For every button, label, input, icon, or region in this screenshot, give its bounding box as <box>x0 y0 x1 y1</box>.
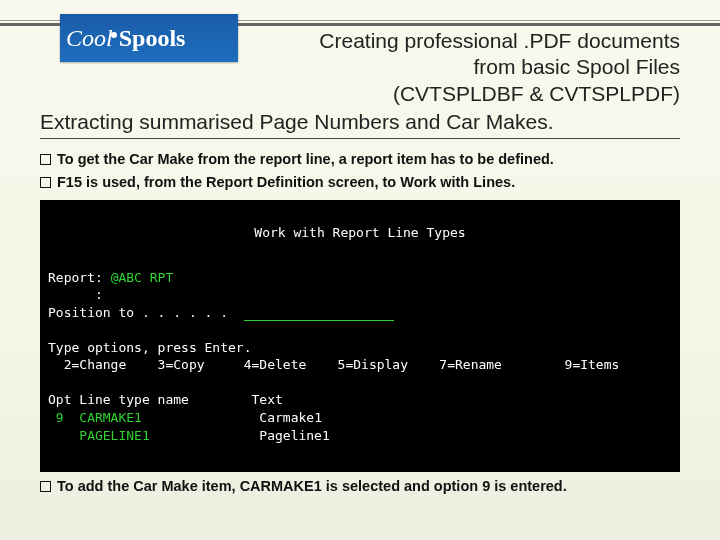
bullet-1-text: To get the Car Make from the report line… <box>57 151 554 167</box>
colon-line: : <box>48 287 103 302</box>
position-label: Position to . . . . . . <box>48 305 228 320</box>
row1-opt: 9 <box>48 410 64 425</box>
bullet-1: To get the Car Make from the report line… <box>40 148 680 171</box>
row2-opt <box>48 428 64 443</box>
footer-bullet: To add the Car Make item, CARMAKE1 is se… <box>40 478 680 494</box>
checkbox-icon <box>40 481 51 492</box>
column-headers: Opt Line type name Text <box>48 392 283 407</box>
title-line-1: Creating professional .PDF documents <box>40 28 680 54</box>
row1-name: CARMAKE1 <box>64 410 142 425</box>
section-heading: Extracting summarised Page Numbers and C… <box>40 110 680 134</box>
row2-name: PAGELINE1 <box>64 428 150 443</box>
checkbox-icon <box>40 177 51 188</box>
terminal-title: Work with Report Line Types <box>48 224 672 242</box>
footer-text: To add the Car Make item, CARMAKE1 is se… <box>57 478 567 494</box>
bullet-list: To get the Car Make from the report line… <box>40 148 680 194</box>
options-line: 2=Change 3=Copy 4=Delete 5=Display 7=Ren… <box>48 357 619 372</box>
terminal-screenshot: Work with Report Line Types Report: @ABC… <box>40 200 680 472</box>
report-label: Report: <box>48 270 103 285</box>
bullet-2-text: F15 is used, from the Report Definition … <box>57 174 515 190</box>
heading-underline <box>40 138 680 139</box>
row1-text: Carmake1 <box>259 410 322 425</box>
title-line-2: from basic Spool Files <box>40 54 680 80</box>
row2-text: Pageline1 <box>259 428 329 443</box>
position-input-underline <box>244 308 394 321</box>
bullet-2: F15 is used, from the Report Definition … <box>40 171 680 194</box>
title-line-3: (CVTSPLDBF & CVTSPLPDF) <box>40 81 680 107</box>
report-value: @ABC RPT <box>111 270 174 285</box>
instruction-line: Type options, press Enter. <box>48 340 252 355</box>
checkbox-icon <box>40 154 51 165</box>
slide-title: Creating professional .PDF documents fro… <box>40 28 680 107</box>
